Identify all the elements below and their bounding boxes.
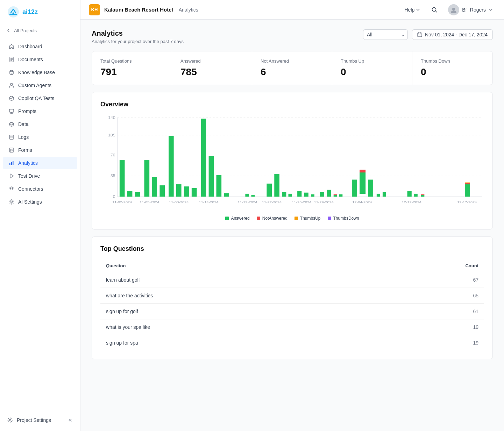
svg-point-37 xyxy=(452,8,455,10)
sidebar-item-data[interactable]: Data xyxy=(3,118,77,130)
svg-rect-65 xyxy=(216,175,222,197)
stat-value-not-answered: 6 xyxy=(261,66,324,78)
overview-chart-svg: 0 35 70 105 140 xyxy=(100,114,484,212)
count-cell: 19 xyxy=(371,319,484,335)
project-name: Kalauni Beach Resort Hotel xyxy=(104,7,173,13)
svg-rect-66 xyxy=(224,193,229,197)
sidebar-item-custom-agents[interactable]: Custom Agents xyxy=(3,79,77,92)
sidebar-item-dashboard-label: Dashboard xyxy=(18,44,42,49)
svg-point-34 xyxy=(9,419,11,421)
sidebar-item-connectors-label: Connectors xyxy=(18,186,43,192)
svg-point-1 xyxy=(13,13,14,14)
sidebar-item-documents[interactable]: Documents xyxy=(3,53,77,66)
svg-rect-23 xyxy=(13,161,14,165)
svg-text:11-08-2024: 11-08-2024 xyxy=(169,200,189,204)
chevron-down-icon xyxy=(416,8,420,12)
legend-not-answered: NotAnswered xyxy=(257,216,288,221)
sidebar-item-copilot-qa-label: Copilot QA Tests xyxy=(18,96,54,101)
ai-settings-icon xyxy=(8,199,15,205)
sidebar-item-forms[interactable]: Forms xyxy=(3,144,77,156)
date-range-button[interactable]: Nov 01, 2024 - Dec 17, 2024 xyxy=(412,29,493,40)
sidebar-item-logs[interactable]: Logs xyxy=(3,131,77,143)
chart-title: Overview xyxy=(100,101,484,108)
sidebar-item-knowledge-base-label: Knowledge Base xyxy=(18,70,55,75)
svg-rect-71 xyxy=(282,192,286,197)
legend-label-not-answered: NotAnswered xyxy=(262,216,288,221)
sidebar-footer: Project Settings xyxy=(0,409,80,431)
sidebar-item-data-label: Data xyxy=(18,121,29,127)
stat-card-thumbs-up: Thumbs Up 0 xyxy=(332,51,412,85)
filter-select-wrapper: All Answered Not Answered xyxy=(363,29,408,40)
legend-thumbs-up: ThumbsUp xyxy=(294,216,321,221)
analytics-title: Analytics xyxy=(92,29,184,37)
calendar-icon xyxy=(417,32,422,37)
filter-select[interactable]: All Answered Not Answered xyxy=(363,29,408,40)
svg-rect-72 xyxy=(289,194,292,197)
svg-rect-83 xyxy=(360,170,365,172)
svg-point-6 xyxy=(10,70,13,72)
svg-rect-10 xyxy=(9,109,14,112)
svg-rect-90 xyxy=(421,194,425,195)
stats-grid: Total Questions 791 Answered 785 Not Ans… xyxy=(92,51,493,85)
sidebar-item-documents-label: Documents xyxy=(18,57,43,62)
chart-legend: Answered NotAnswered ThumbsUp ThumbsDown xyxy=(100,216,484,221)
all-projects-back[interactable]: All Projects xyxy=(0,24,80,37)
question-cell: what are the activities xyxy=(100,288,371,304)
svg-line-36 xyxy=(436,11,437,12)
stat-card-answered: Answered 785 xyxy=(172,51,252,85)
svg-rect-25 xyxy=(9,188,10,189)
sidebar-item-dashboard[interactable]: Dashboard xyxy=(3,40,77,53)
project-settings-item[interactable]: Project Settings xyxy=(3,414,77,427)
stat-label-answered: Answered xyxy=(180,58,243,64)
prompt-icon xyxy=(8,108,15,114)
top-questions-title: Top Questions xyxy=(100,245,484,253)
svg-rect-81 xyxy=(352,179,357,196)
svg-text:70: 70 xyxy=(111,153,115,157)
sidebar-item-ai-settings[interactable]: AI Settings xyxy=(3,196,77,208)
sidebar-item-prompts[interactable]: Prompts xyxy=(3,105,77,118)
col-question: Question xyxy=(100,260,371,272)
svg-rect-16 xyxy=(9,148,14,152)
stat-card-thumbs-down: Thumbs Down 0 xyxy=(412,51,492,85)
svg-rect-80 xyxy=(339,194,343,196)
svg-line-30 xyxy=(10,189,11,190)
svg-rect-26 xyxy=(11,187,12,188)
svg-rect-73 xyxy=(297,191,301,197)
svg-point-8 xyxy=(13,84,14,85)
sidebar-item-copilot-qa[interactable]: Copilot QA Tests xyxy=(3,92,77,105)
sidebar-item-knowledge-base[interactable]: Knowledge Base xyxy=(3,66,77,79)
svg-rect-63 xyxy=(201,119,206,197)
date-range-label: Nov 01, 2024 - Dec 17, 2024 xyxy=(425,32,488,37)
svg-text:12-17-2024: 12-17-2024 xyxy=(457,200,477,204)
sidebar-item-test-drive[interactable]: Test Drive xyxy=(3,170,77,182)
sidebar-item-analytics[interactable]: Analytics xyxy=(3,157,77,169)
user-name: Bill Rogers xyxy=(462,7,486,13)
user-area[interactable]: Bill Rogers xyxy=(445,3,496,17)
search-button[interactable] xyxy=(429,5,440,15)
avatar-icon xyxy=(450,6,457,13)
stat-label-not-answered: Not Answered xyxy=(261,58,324,64)
svg-rect-22 xyxy=(11,162,12,165)
svg-rect-55 xyxy=(135,192,140,197)
stat-card-total-questions: Total Questions 791 xyxy=(92,51,172,85)
document-icon xyxy=(8,56,15,63)
svg-text:11-14-2024: 11-14-2024 xyxy=(199,200,219,204)
back-icon xyxy=(6,28,11,33)
test-icon xyxy=(8,95,15,101)
help-button[interactable]: Help xyxy=(401,5,424,15)
question-cell: sign up for golf xyxy=(100,304,371,319)
svg-text:11-02-2024: 11-02-2024 xyxy=(112,200,132,204)
legend-label-answered: Answered xyxy=(231,216,249,221)
svg-text:11-05-2024: 11-05-2024 xyxy=(140,200,159,204)
forms-icon xyxy=(8,147,15,153)
help-label: Help xyxy=(405,7,415,13)
analytics-header: Analytics Analytics for your project ove… xyxy=(92,29,493,44)
svg-text:0: 0 xyxy=(113,195,115,199)
sidebar-item-connectors[interactable]: Connectors xyxy=(3,183,77,195)
svg-rect-70 xyxy=(274,174,279,197)
sidebar-item-logs-label: Logs xyxy=(18,134,29,140)
svg-rect-61 xyxy=(184,186,189,197)
svg-rect-17 xyxy=(10,149,11,150)
svg-text:11-26-2024: 11-26-2024 xyxy=(292,200,311,204)
svg-rect-64 xyxy=(209,156,214,197)
